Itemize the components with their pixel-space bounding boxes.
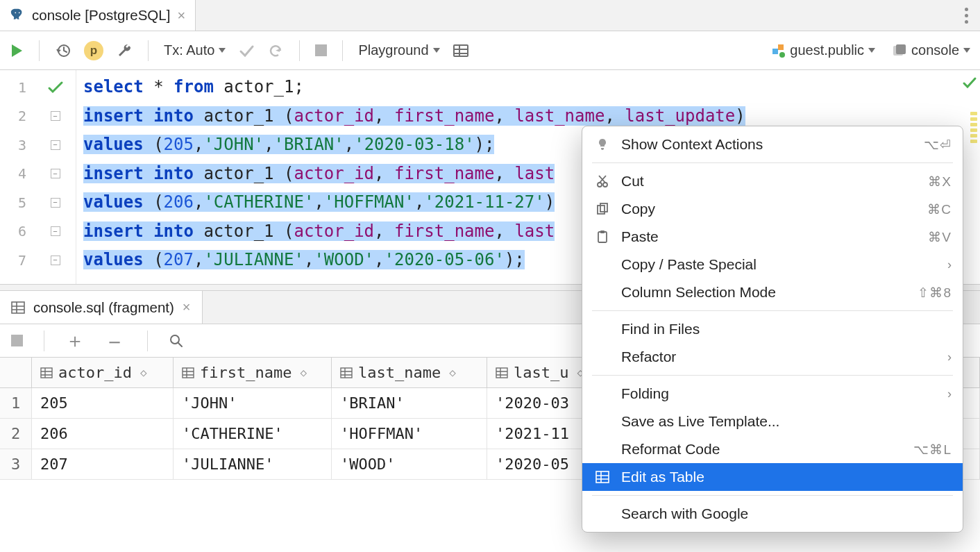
cut-icon [595,174,610,188]
fold-toggle-icon[interactable]: − [51,169,60,178]
rollback-icon[interactable] [267,42,284,59]
marker-stripe [970,112,977,143]
results-tab-label: console.sql (fragment) [33,299,174,316]
separator [39,40,40,61]
schema-dropdown[interactable]: guest.public [770,42,875,58]
line-number: 7 [0,246,35,275]
submenu-arrow-icon: › [947,258,952,272]
menu-item[interactable]: Copy⌘C [582,195,963,223]
wrench-icon[interactable] [116,42,133,59]
table-view-icon[interactable] [453,43,469,58]
menu-item[interactable]: Refactor› [582,343,963,371]
code-line[interactable]: select * from actor_1; [83,73,980,102]
cell[interactable]: 'CATHERINE' [174,419,332,449]
menu-item-label: Cut [621,173,917,190]
fold-toggle-icon[interactable]: − [51,198,60,208]
history-icon[interactable] [55,42,71,59]
svg-rect-4 [772,49,778,54]
separator [342,40,343,61]
svg-point-16 [603,183,607,187]
column-icon [496,367,508,378]
playground-label: Playground [358,42,428,58]
cell[interactable]: 'WOOD' [332,449,487,479]
column-header[interactable]: actor_id◇ [32,358,174,387]
svg-rect-19 [598,232,607,242]
submenu-arrow-icon: › [947,387,952,401]
menu-item[interactable]: Column Selection Mode⇧⌘8 [582,278,963,306]
separator [147,331,148,351]
sort-icon[interactable]: ◇ [140,366,147,379]
column-label: last_name [358,364,441,381]
menu-item-label: Copy / Paste Special [621,256,936,273]
fold-slot: − [35,160,76,189]
cell[interactable]: 'JOHN' [174,388,332,418]
menu-item[interactable]: Paste⌘V [582,223,963,251]
run-button[interactable] [10,43,24,58]
menu-item-label: Paste [621,228,917,245]
schema-label: guest.public [790,42,864,58]
menu-item[interactable]: Show Context Actions⌥⏎ [582,131,963,158]
row-number: 3 [0,449,32,479]
menu-item[interactable]: Reformat Code⌥⌘L [582,435,963,463]
line-number: 5 [0,188,35,217]
column-header[interactable]: last_name◇ [332,358,487,387]
editor-tab[interactable]: console [PostgreSQL] × [0,0,196,31]
column-header[interactable]: first_name◇ [174,358,332,387]
fold-toggle-icon[interactable]: − [51,140,60,150]
menu-item[interactable]: Edit as Table [582,463,963,491]
separator [44,331,44,351]
svg-rect-5 [778,44,784,50]
cell[interactable]: 'BRIAN' [332,388,487,418]
search-icon[interactable] [169,333,184,349]
menu-item-label: Reformat Code [621,441,902,458]
cell[interactable]: 'JULIANNE' [174,449,332,479]
close-icon[interactable]: × [177,8,185,22]
stop-button[interactable] [11,335,23,346]
cell[interactable]: 'HOFFMAN' [332,419,487,449]
svg-point-6 [779,52,785,58]
menu-item[interactable]: Folding› [582,380,963,408]
cell[interactable]: 206 [32,419,174,449]
menu-item[interactable]: Save as Live Template... [582,408,963,435]
column-icon [340,367,353,378]
profile-badge[interactable]: p [84,41,103,60]
fold-slot: − [35,131,76,160]
fold-gutter: −−−−−− [35,70,76,284]
stop-button[interactable] [315,44,327,56]
submenu-arrow-icon: › [947,350,952,365]
menu-item[interactable]: Search with Google [582,500,963,528]
paste-icon [595,230,610,244]
menu-separator [592,495,953,496]
chevron-down-icon [868,48,875,53]
add-row-button[interactable]: ＋ [65,328,85,354]
session-dropdown[interactable]: console [892,42,970,58]
fold-toggle-icon[interactable]: − [51,226,60,236]
marker-bar [963,70,980,284]
svg-rect-14 [496,368,507,378]
row-number-header [0,358,32,387]
playground-dropdown[interactable]: Playground [358,42,439,58]
tx-mode-dropdown[interactable]: Tx: Auto [164,42,226,58]
sort-icon[interactable]: ◇ [449,366,456,379]
session-label: console [911,42,959,58]
more-icon[interactable] [952,0,980,31]
fold-slot: − [35,246,76,275]
svg-rect-17 [598,206,605,214]
menu-item[interactable]: Find in Files [582,315,963,343]
commit-icon[interactable] [238,43,255,58]
column-icon [182,367,194,378]
menu-item[interactable]: Cut⌘X [582,167,963,195]
fold-toggle-icon[interactable]: − [51,256,60,265]
table-icon [595,471,610,483]
cell[interactable]: 205 [32,388,174,418]
results-tab[interactable]: console.sql (fragment) × [0,291,203,324]
cell[interactable]: 207 [32,449,174,479]
svg-rect-8 [896,44,906,54]
line-number-gutter: 1234567 [0,70,35,284]
close-icon[interactable]: × [183,299,191,315]
fold-toggle-icon[interactable]: − [51,111,60,121]
menu-item[interactable]: Copy / Paste Special› [582,251,963,278]
context-menu[interactable]: Show Context Actions⌥⏎Cut⌘XCopy⌘CPaste⌘V… [582,126,963,533]
sort-icon[interactable]: ◇ [300,366,307,379]
shortcut: ⌥⌘L [913,442,952,458]
